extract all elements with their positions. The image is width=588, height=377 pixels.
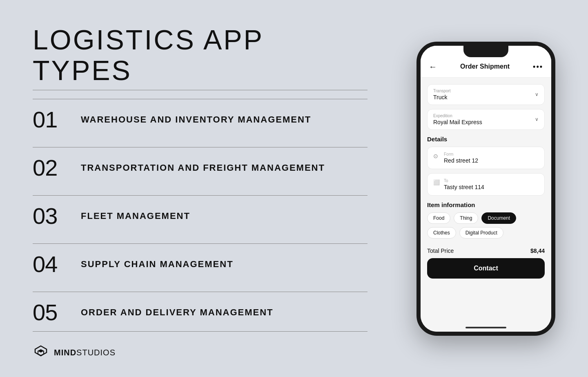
- item-info-title: Item information: [427, 201, 545, 208]
- list-item: 05 ORDER AND DELIVERY MANAGEMENT: [33, 292, 368, 332]
- item-tag[interactable]: Food: [427, 212, 450, 224]
- total-price-label: Total Price: [427, 248, 454, 254]
- brand-logo-icon: [33, 344, 49, 361]
- item-label: ORDER AND DELIVERY MANAGEMENT: [81, 307, 274, 318]
- more-button[interactable]: •••: [533, 62, 543, 71]
- item-number: 04: [33, 253, 69, 276]
- from-label: Form: [444, 152, 478, 156]
- item-tag[interactable]: Thing: [454, 212, 478, 224]
- transport-select[interactable]: Transport Truck ∨: [427, 84, 545, 105]
- phone-bottom-bar: [466, 327, 506, 328]
- from-address-field[interactable]: ⊙ Form Red street 12: [427, 147, 545, 169]
- list-item: 03 FLEET MANAGEMENT: [33, 195, 368, 235]
- brand-footer: MINDSTUDIOS: [33, 344, 368, 361]
- chevron-down-icon-2: ∨: [535, 116, 539, 122]
- screen-title: Order Shipment: [460, 63, 510, 70]
- list-item: 04 SUPPLY CHAIN MANAGEMENT: [33, 243, 368, 283]
- item-number: 02: [33, 156, 69, 179]
- total-row: Total Price $8,44: [427, 242, 545, 258]
- expedition-label: Expedition: [433, 114, 482, 118]
- details-title: Details: [427, 136, 545, 143]
- item-tag[interactable]: Digital Product: [459, 227, 503, 239]
- item-tag[interactable]: Clothes: [427, 227, 456, 239]
- phone-notch: [463, 46, 508, 57]
- item-label: TRANSPORTATION AND FREIGHT MANAGEMENT: [81, 163, 325, 173]
- item-label: FLEET MANAGEMENT: [81, 211, 190, 221]
- location-pin-icon: ⊙: [433, 153, 440, 159]
- transport-label: Transport: [433, 89, 450, 93]
- item-label: WAREHOUSE AND INVENTORY MANAGEMENT: [81, 114, 311, 125]
- item-tags: FoodThingDocumentClothesDigital Product: [427, 212, 545, 239]
- item-tag[interactable]: Document: [481, 212, 516, 224]
- brand-name: MINDSTUDIOS: [54, 348, 116, 357]
- to-value: Tasty street 114: [444, 184, 484, 190]
- transport-value: Truck: [433, 94, 450, 100]
- app-content: Transport Truck ∨ Expedition Royal Mail …: [421, 78, 551, 332]
- item-label: SUPPLY CHAIN MANAGEMENT: [81, 259, 234, 270]
- left-panel: LOGISTICS APP TYPES 01 WAREHOUSE AND INV…: [0, 0, 392, 377]
- item-info-section: Item information FoodThingDocumentClothe…: [427, 201, 545, 239]
- list-item: 02 TRANSPORTATION AND FREIGHT MANAGEMENT: [33, 147, 368, 187]
- item-number: 05: [33, 301, 69, 324]
- expedition-value: Royal Mail Express: [433, 119, 482, 125]
- destination-icon: ⬜: [433, 179, 440, 185]
- back-button[interactable]: ←: [429, 62, 437, 71]
- total-price-value: $8,44: [530, 248, 545, 254]
- page-title: LOGISTICS APP TYPES: [33, 25, 368, 86]
- from-value: Red street 12: [444, 157, 478, 164]
- title-divider: [33, 90, 368, 91]
- item-number: 03: [33, 205, 69, 228]
- items-list: 01 WAREHOUSE AND INVENTORY MANAGEMENT 02…: [33, 94, 368, 336]
- right-panel: ← Order Shipment ••• Transport Truck ∨ E…: [392, 0, 588, 377]
- phone-mockup: ← Order Shipment ••• Transport Truck ∨ E…: [416, 42, 555, 336]
- list-item: 01 WAREHOUSE AND INVENTORY MANAGEMENT: [33, 99, 368, 138]
- chevron-down-icon: ∨: [535, 91, 539, 97]
- to-label: To: [444, 178, 484, 183]
- contact-button[interactable]: Contact: [427, 258, 545, 279]
- to-address-field[interactable]: ⬜ To Tasty street 114: [427, 173, 545, 196]
- phone-screen: ← Order Shipment ••• Transport Truck ∨ E…: [421, 46, 551, 332]
- expedition-select[interactable]: Expedition Royal Mail Express ∨: [427, 109, 545, 130]
- item-number: 01: [33, 108, 69, 131]
